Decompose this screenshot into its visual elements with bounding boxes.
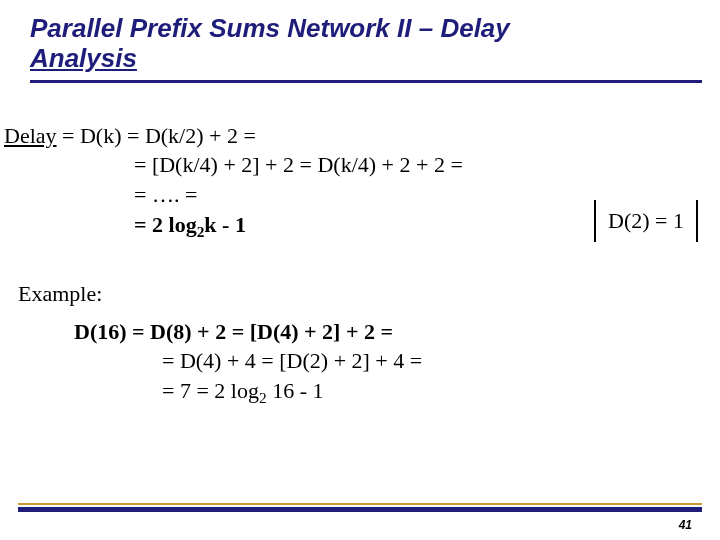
slide-body: Delay = D(k) = D(k/2) + 2 = = [D(k/4) + … (0, 83, 720, 410)
footer-thin-rule (18, 503, 702, 505)
example-line2: = D(4) + 4 = [D(2) + 2] + 4 = (4, 346, 720, 376)
delay-word: Delay (4, 123, 57, 148)
ex-l3sub: 2 (259, 389, 267, 406)
base-case-box: D(2) = 1 (594, 200, 698, 242)
title-line1: Parallel Prefix Sums Network II – Delay (30, 13, 510, 43)
delay-line1b: = D(k) = D(k/2) + 2 = (57, 123, 256, 148)
example-label: Example: (4, 243, 720, 317)
example-line3: = 7 = 2 log2 16 - 1 (4, 376, 720, 409)
ex-l3b: 16 - 1 (267, 378, 324, 403)
example-line1: D(16) = D(8) + 2 = [D(4) + 2] + 2 = (4, 317, 720, 347)
ex-l1: D(16) = D(8) + 2 = [D(4) + 2] + 2 = (74, 319, 393, 344)
example-block: D(16) = D(8) + 2 = [D(4) + 2] + 2 = = D(… (4, 317, 720, 410)
title-line2: Analysis (30, 43, 137, 73)
footer-thick-rule (18, 507, 702, 512)
delay-line2: = [D(k/4) + 2] + 2 = D(k/4) + 2 + 2 = (4, 150, 720, 180)
footer-rules (18, 503, 702, 512)
delay-l4a: = 2 log (134, 212, 197, 237)
delay-l4b: k - 1 (204, 212, 246, 237)
slide-title: Parallel Prefix Sums Network II – Delay … (0, 0, 720, 78)
delay-line1: Delay = D(k) = D(k/2) + 2 = (4, 123, 256, 148)
page-number: 41 (679, 518, 692, 532)
ex-l3a: = 7 = 2 log (162, 378, 259, 403)
